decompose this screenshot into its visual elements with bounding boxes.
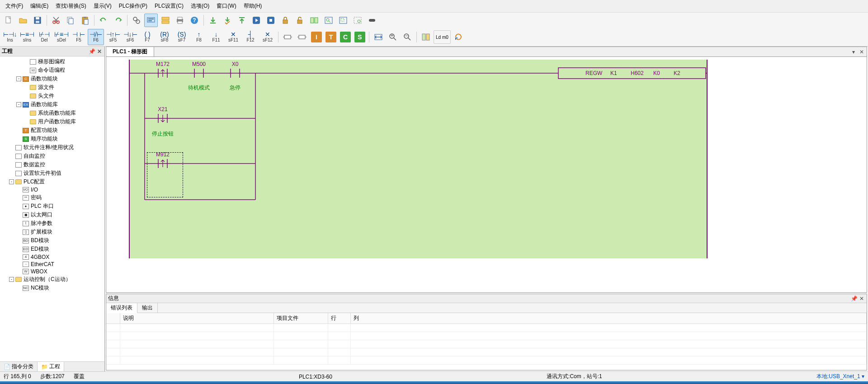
editor-dropdown-icon[interactable]: ▾ [850,49,857,55]
menu-view[interactable]: 显示(V) [90,1,115,11]
tile-c[interactable]: C [339,30,352,44]
tree-toggle[interactable]: - [16,76,21,81]
tree-node-EtherCAT[interactable]: ⎓EtherCAT [0,261,104,268]
zoom-window-button[interactable] [322,14,335,27]
tree-node-BD模块[interactable]: BDBD模块 [0,236,104,245]
tree-node-软元件注释/使用状况[interactable]: 软元件注释/使用状况 [0,143,104,152]
menu-file[interactable]: 文件(F) [2,1,27,11]
save-button[interactable] [31,14,44,27]
tree-node-配置功能块[interactable]: T配置功能块 [0,126,104,135]
tree-node-函数功能库[interactable]: -EX函数功能库 [0,100,104,109]
editor-close-icon[interactable]: ✕ [859,49,865,55]
error-list-grid[interactable]: 说明 项目文件 行 列 [106,313,867,370]
status-local[interactable]: 本地:USB_Xnet_1 ▾ [816,373,864,380]
zoom-region-button[interactable] [336,14,350,27]
download-check-button[interactable] [221,14,234,27]
ladder-btn-sf7[interactable]: (S)sF7 [174,29,190,45]
ladder-btn-sins[interactable]: ⊢≡⊣sIns [19,29,35,45]
editor-tab-plc1[interactable]: PLC1 - 梯形图 [106,47,154,56]
new-button[interactable] [2,14,15,27]
menu-edit[interactable]: 编辑(E) [27,1,52,11]
tree-node-命令语编程[interactable]: Id命令语编程 [0,66,104,75]
ladder-btn-ins[interactable]: ⊢⊣↓Ins [2,29,18,45]
ladder-btn-sdel[interactable]: ⊬≡⊣sDel [53,29,70,45]
ladder-btn-sf8[interactable]: (R)sF8 [156,29,173,45]
copy-button[interactable] [64,14,77,27]
menu-window[interactable]: 窗口(W) [213,1,240,11]
menu-options[interactable]: 选项(O) [187,1,213,11]
tree-node-梯形图编程[interactable]: 梯形图编程 [0,57,104,66]
transfer-button[interactable] [159,14,172,27]
cut-button[interactable] [49,14,63,27]
tree-toggle[interactable]: - [9,179,14,184]
panel-pin-icon[interactable]: 📌 [89,48,95,55]
download-button[interactable] [206,14,220,27]
tree-node-脉冲参数[interactable]: ⌇脉冲参数 [0,219,104,228]
ld-label[interactable]: Ld m0 [434,30,451,44]
tree-node-用户函数功能库[interactable]: 用户函数功能库 [0,117,104,126]
fit-width-button[interactable] [372,30,385,44]
zoom-in-button[interactable]: + [386,30,400,44]
block1-button[interactable] [281,30,294,44]
tree-node-I/O[interactable]: I/OI/O [0,186,104,193]
ladder-btn-sf6[interactable]: ⊣↓⊢sF6 [122,29,138,45]
tree-node-运动控制（C运动）[interactable]: -运动控制（C运动） [0,275,104,284]
tree-node-密码[interactable]: **密码 [0,193,104,202]
tab-error-list[interactable]: 错误列表 [106,303,137,313]
help-button[interactable]: ? [188,14,201,27]
ladder-btn-f7[interactable]: ( )F7 [139,29,156,45]
zoom-area-button[interactable] [351,14,364,27]
print-button[interactable] [173,14,187,27]
paste-button[interactable] [78,14,92,27]
tab-instruction-category[interactable]: 📄指令分类 [0,362,38,371]
tree-node-函数功能块[interactable]: -C函数功能块 [0,75,104,83]
zoom-out-button[interactable]: − [401,30,414,44]
tree-node-4GBOX[interactable]: 44GBOX [0,253,104,261]
tree-node-源文件[interactable]: 源文件 [0,83,104,92]
tile-s[interactable]: S [353,30,367,44]
tile-t[interactable]: T [324,30,338,44]
tree-node-以太网口[interactable]: ◼以太网口 [0,211,104,219]
tab-output[interactable]: 输出 [137,303,158,313]
tree-node-PLC 串口[interactable]: ●PLC 串口 [0,202,104,211]
unlock-button[interactable] [293,14,307,27]
menu-plc-set[interactable]: PLC设置(C) [151,1,187,11]
tree-node-头文件[interactable]: 头文件 [0,92,104,100]
menu-plc-op[interactable]: PLC操作(P) [115,1,151,11]
open-button[interactable] [16,14,30,27]
compare-button[interactable] [307,14,321,27]
ladder-view-button[interactable] [419,30,433,44]
info-pin-icon[interactable]: 📌 [851,295,857,302]
menu-find[interactable]: 查找\替换(S) [52,1,90,11]
lock-button[interactable] [278,14,292,27]
ladder-selection[interactable] [147,152,183,197]
ladder-btn-f6[interactable]: ⊣/⊢F6 [88,29,104,45]
ladder-btn-sf5[interactable]: ⊣↑⊢sF5 [105,29,121,45]
ladder-area[interactable]: 757 [106,57,867,292]
upload-button[interactable] [235,14,249,27]
tree-node-顺序功能块[interactable]: S顺序功能块 [0,135,104,143]
panel-close-icon[interactable]: ✕ [96,48,103,55]
block2-button[interactable] [295,30,309,44]
tree-node-数据监控[interactable]: 数据监控 [0,160,104,169]
info-close-icon[interactable]: ✕ [859,295,865,302]
project-tree[interactable]: 梯形图编程Id命令语编程-C函数功能块源文件头文件-EX函数功能库系统函数功能库… [0,56,104,361]
tree-node-WBOX[interactable]: WWBOX [0,268,104,275]
undo-button[interactable] [97,14,110,27]
tree-node-自由监控[interactable]: 自由监控 [0,152,104,160]
ladder-diagram[interactable]: M172 M500 [129,60,708,258]
tree-toggle[interactable]: - [16,102,21,107]
ladder-btn-f5[interactable]: ⊣ ⊢F5 [71,29,87,45]
ladder-btn-f12[interactable]: ┤F12 [242,29,259,45]
find-button[interactable] [130,14,143,27]
terminal-button[interactable] [365,14,379,27]
refresh-button[interactable] [452,30,465,44]
ladder-btn-sf12[interactable]: ✕sF12 [259,29,276,45]
tree-node-设置软元件初值[interactable]: 设置软元件初值 [0,169,104,178]
ladder-btn-sf11[interactable]: ✕sF11 [225,29,241,45]
tree-node-ED模块[interactable]: EDED模块 [0,245,104,253]
stop-button[interactable] [264,14,278,27]
tree-node-NC模块[interactable]: NCNC模块 [0,284,104,292]
ladder-btn-f11[interactable]: ↓F11 [208,29,224,45]
ladder-btn-del[interactable]: ⊬⊣Del [36,29,52,45]
